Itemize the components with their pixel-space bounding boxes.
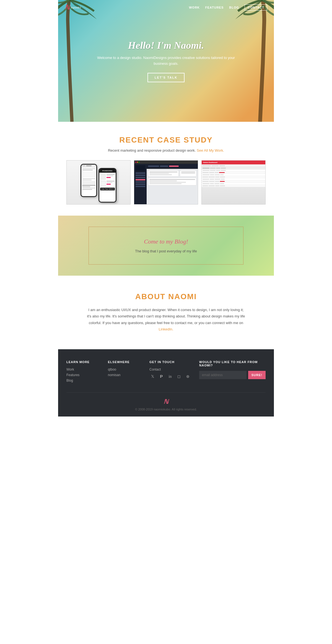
footer-newsletter: WOULD YOU LIKE TO HEAR FROM NAOMI? SURE! [199, 360, 266, 384]
blog-description: The blog that I post everyday of my life [105, 249, 227, 253]
footer-newsletter-heading: WOULD YOU LIKE TO HEAR FROM NAOMI? [199, 360, 266, 367]
logo-icon: ℕ [65, 4, 70, 11]
hero-section: Hello! I'm Naomi. Welcome to a design st… [58, 0, 274, 122]
footer-contact-heading: GET IN TOUCH [149, 360, 191, 364]
see-all-work-link[interactable]: See All My Work. [197, 148, 224, 152]
logo-text: naomi [71, 5, 81, 10]
case-study-subtitle: Recent marketing and responsive product … [66, 148, 266, 152]
about-section: ABOUT NAOMI I am an enthusiastic UI/UX a… [58, 276, 274, 349]
instagram-icon[interactable]: ◻ [176, 374, 182, 380]
case-study-title: RECENT CASE STUDY [66, 136, 266, 144]
footer-divider [66, 392, 266, 393]
hero-subtitle: Welcome to a design studio. NaomiDesigns… [91, 55, 241, 67]
logo[interactable]: ℕ naomi [65, 4, 81, 11]
linkedin-link[interactable]: LinkedIn. [159, 327, 173, 331]
newsletter-submit-button[interactable]: SURE! [248, 371, 266, 379]
blog-card[interactable]: Come to my Blog! The blog that I post ev… [89, 227, 243, 265]
footer-logo-icon: ℕ [66, 398, 266, 405]
lets-talk-button[interactable]: LET'S TALK [147, 73, 185, 82]
footer-bottom: ℕ © 2008-2019 naomiokubo. All rights res… [66, 398, 266, 411]
footer-copyright: © 2008-2019 naomiokubo. All rights reser… [66, 408, 266, 411]
site-footer: LEARN MORE Work Features Blog ELSEWHERE … [58, 349, 274, 417]
footer-link-contact[interactable]: Contact [149, 368, 191, 371]
footer-link-nomisan[interactable]: nomisan [108, 373, 141, 377]
site-header: ℕ naomi WORK FEATURES BLOG CONTACT [58, 0, 274, 15]
portfolio-grid: PANDORA [66, 160, 266, 205]
blog-tagline: Come to my Blog! [105, 238, 227, 245]
pinterest-icon[interactable]: 𝗣 [158, 374, 164, 380]
hero-title: Hello! I'm Naomi. [91, 40, 241, 51]
footer-elsewhere-heading: ELSEWHERE [108, 360, 141, 364]
blog-section: Come to my Blog! The blog that I post ev… [58, 216, 274, 276]
portfolio-item-pandora[interactable]: PANDORA [66, 160, 131, 205]
footer-elsewhere: ELSEWHERE qtboo nomisan [108, 360, 141, 384]
newsletter-form: SURE! [199, 371, 266, 379]
email-input[interactable] [199, 371, 247, 379]
about-title: ABOUT NAOMI [80, 292, 252, 301]
nav-work[interactable]: WORK [189, 6, 200, 9]
footer-learn-more: LEARN MORE Work Features Blog [66, 360, 100, 384]
footer-columns: LEARN MORE Work Features Blog ELSEWHERE … [66, 360, 266, 384]
linkedin-icon[interactable]: in [167, 374, 173, 380]
nav-contact[interactable]: CONTACT [245, 4, 267, 11]
footer-get-in-touch: GET IN TOUCH Contact 𝕏 𝗣 in ◻ ⊛ [149, 360, 191, 384]
footer-link-work[interactable]: Work [66, 368, 100, 371]
footer-link-features[interactable]: Features [66, 373, 100, 377]
footer-link-blog[interactable]: Blog [66, 379, 100, 382]
nav-blog[interactable]: BLOG [229, 6, 239, 9]
case-study-section: RECENT CASE STUDY Recent marketing and r… [58, 122, 274, 216]
footer-social-icons: 𝕏 𝗣 in ◻ ⊛ [149, 374, 191, 380]
nav-features[interactable]: FEATURES [205, 6, 224, 9]
footer-link-qtboo[interactable]: qtboo [108, 368, 141, 371]
twitter-icon[interactable]: 𝕏 [149, 374, 155, 380]
portfolio-item-manifest[interactable] [134, 160, 198, 205]
about-text: I am an enthusiastic UI/UX and product d… [86, 307, 246, 333]
main-nav: WORK FEATURES BLOG CONTACT [189, 4, 267, 11]
portfolio-item-table[interactable]: Admin Dashboard [201, 160, 266, 205]
dribbble-icon[interactable]: ⊛ [185, 374, 191, 380]
hero-content: Hello! I'm Naomi. Welcome to a design st… [58, 40, 274, 82]
footer-learn-more-heading: LEARN MORE [66, 360, 100, 364]
